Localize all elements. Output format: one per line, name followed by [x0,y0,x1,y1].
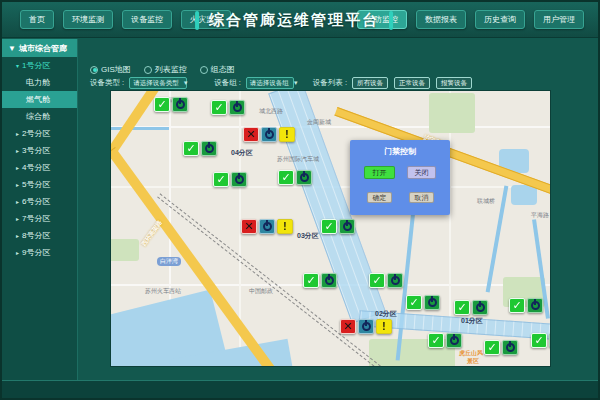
section-label-03分区: 03分区 [297,231,319,241]
power-glyph [265,130,274,139]
device-marker-alarm[interactable]: ✕! [243,127,295,142]
status-ok-icon: ✓ [531,333,547,348]
status-fault-icon: ✕ [241,219,257,234]
power-glyph [263,222,272,231]
title-decor-left [195,11,199,30]
sidebar-tree: ▾1号分区电力舱燃气舱综合舱▸2号分区▸3号分区▸4号分区▸5号分区▸6号分区▸… [2,57,77,261]
device-list-button-报警设备[interactable]: 报警设备 [436,77,472,89]
device-type-value: 请选择设备类型 [133,79,179,88]
sidebar-item-综合舱[interactable]: 综合舱 [2,108,77,125]
chevron-down-icon: ▾ [16,62,19,69]
door-close-button[interactable]: 关闭 [407,166,436,179]
sidebar-item-label: 5号分区 [22,179,50,190]
power-icon [172,97,188,112]
device-marker-normal[interactable]: ✓ [321,219,355,234]
power-icon [446,333,462,348]
nav-button-环境监测[interactable]: 环境监测 [63,10,113,29]
title-decor-right [389,11,393,30]
view-mode-组态图[interactable]: 组态图 [200,64,235,75]
confirm-button[interactable]: 确定 [367,192,392,203]
power-glyph [176,100,185,109]
power-icon [549,333,551,348]
device-group-select[interactable]: 请选择设备组 ▼ [246,77,294,89]
door-open-button[interactable]: 打开 [364,166,395,179]
page-title: 综合管廊运维管理平台 [209,11,379,30]
device-marker-normal[interactable]: ✓ [509,298,543,313]
nav-button-设备监控[interactable]: 设备监控 [122,10,172,29]
popup-title: 门禁控制 [350,146,450,157]
status-fault-icon: ✕ [340,319,356,334]
power-glyph [300,173,309,182]
sidebar-item-6号分区[interactable]: ▸6号分区 [2,193,77,210]
nav-button-数据报表[interactable]: 数据报表 [416,10,466,29]
power-glyph [362,322,371,331]
device-group-label: 设备组 : [214,78,241,88]
device-marker-normal[interactable]: ✓ [406,295,440,310]
power-glyph [343,222,352,231]
power-icon [231,172,247,187]
view-mode-GIS地图[interactable]: GIS地图 [90,64,131,75]
sidebar-item-label: 6号分区 [22,196,50,207]
sidebar-item-label: 9号分区 [22,247,50,258]
chevron-right-icon: ▸ [16,147,19,154]
map-label-白洋湾: 白洋湾 [157,257,181,266]
gis-map[interactable]: 长浒大桥城北西路金阊新城苏州国际汽车城联城桥平海路苏州火车西站中国邮政白洋湾虎丘… [110,90,551,367]
chevron-right-icon: ▸ [16,181,19,188]
power-glyph [450,336,459,345]
device-type-select[interactable]: 请选择设备类型 ▼ [129,77,187,89]
sidebar-item-8号分区[interactable]: ▸8号分区 [2,227,77,244]
sidebar-item-5号分区[interactable]: ▸5号分区 [2,176,77,193]
view-mode-列表监控[interactable]: 列表监控 [144,64,187,75]
power-glyph [205,144,214,153]
status-ok-icon: ✓ [454,300,470,315]
power-icon [261,127,277,142]
status-ok-icon: ✓ [183,141,199,156]
sidebar-item-3号分区[interactable]: ▸3号分区 [2,142,77,159]
sidebar-item-label: 4号分区 [22,162,50,173]
radio-icon [200,66,208,74]
device-marker-normal[interactable]: ✓ [454,300,488,315]
device-marker-normal[interactable]: ✓ [531,333,551,348]
section-label-02分区: 02分区 [375,309,397,319]
nav-button-历史查询[interactable]: 历史查询 [475,10,525,29]
power-icon [296,170,312,185]
sidebar-item-4号分区[interactable]: ▸4号分区 [2,159,77,176]
device-marker-normal[interactable]: ✓ [211,100,245,115]
sidebar-item-1号分区[interactable]: ▾1号分区 [2,57,77,74]
status-fault-icon: ✕ [243,127,259,142]
device-list-filters: 所有设备正常设备报警设备 [352,77,472,89]
nav-button-用户管理[interactable]: 用户管理 [534,10,584,29]
device-marker-normal[interactable]: ✓ [278,170,312,185]
device-marker-normal[interactable]: ✓ [303,273,337,288]
device-marker-alarm[interactable]: ✕! [340,319,392,334]
device-marker-alarm[interactable]: ✕! [241,219,293,234]
sidebar-item-2号分区[interactable]: ▸2号分区 [2,125,77,142]
device-marker-normal[interactable]: ✓ [428,333,462,348]
sidebar-item-7号分区[interactable]: ▸7号分区 [2,210,77,227]
sidebar-item-燃气舱[interactable]: 燃气舱 [2,91,77,108]
sidebar-item-电力舱[interactable]: 电力舱 [2,74,77,91]
map-label-联城桥: 联城桥 [477,197,495,206]
status-ok-icon: ✓ [213,172,229,187]
chevron-down-icon: ▼ [8,44,16,53]
device-marker-normal[interactable]: ✓ [154,97,188,112]
device-list-label: 设备列表 : [313,78,347,88]
sidebar: ▼ 城市综合管廊 ▾1号分区电力舱燃气舱综合舱▸2号分区▸3号分区▸4号分区▸5… [2,39,78,380]
sidebar-root-node[interactable]: ▼ 城市综合管廊 [2,39,77,57]
power-icon [472,300,488,315]
nav-button-首页[interactable]: 首页 [20,10,54,29]
device-list-button-正常设备[interactable]: 正常设备 [394,77,430,89]
device-list-button-所有设备[interactable]: 所有设备 [352,77,388,89]
power-icon [339,219,355,234]
caret-down-icon: ▼ [293,80,299,86]
device-marker-normal[interactable]: ✓ [369,273,403,288]
power-icon [527,298,543,313]
view-mode-label: GIS地图 [101,64,131,75]
cancel-button[interactable]: 取消 [409,192,434,203]
view-mode-switch: GIS地图列表监控组态图 [90,64,235,75]
device-marker-normal[interactable]: ✓ [213,172,247,187]
power-icon [201,141,217,156]
device-marker-normal[interactable]: ✓ [484,340,518,355]
sidebar-item-9号分区[interactable]: ▸9号分区 [2,244,77,261]
device-marker-normal[interactable]: ✓ [183,141,217,156]
